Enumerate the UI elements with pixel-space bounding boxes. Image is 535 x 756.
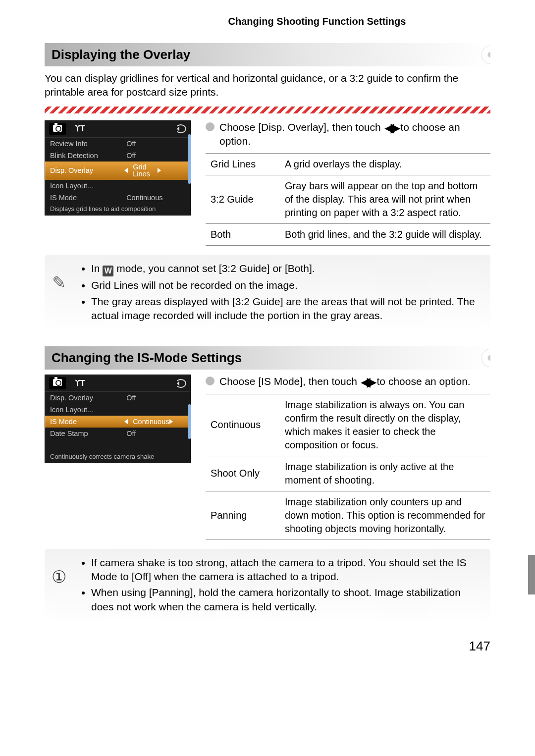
arrow-right-icon — [169, 419, 186, 424]
step-text: to choose an option. — [377, 376, 471, 387]
section-heading-ismode: Changing the IS-Mode Settings — [45, 346, 490, 370]
pencil-icon: ✎ — [49, 271, 69, 294]
side-index-tab — [528, 555, 535, 594]
menu-scrollbar — [188, 134, 191, 184]
arrow-left-icon — [124, 168, 128, 173]
menu-row: Date StampOff — [45, 428, 190, 439]
menu-hint: Displays grid lines to aid composition — [45, 204, 190, 215]
menu-tab-tools: ϒT — [71, 378, 89, 389]
menu-row: IS ModeContinuous — [45, 192, 190, 204]
menu-row: Icon Layout... — [45, 404, 190, 416]
back-icon — [175, 124, 186, 133]
overlay-intro: You can display gridlines for vertical a… — [45, 71, 490, 100]
step-bullet-icon — [206, 122, 214, 131]
caution-icon: ① — [49, 566, 69, 589]
note-item: Grid Lines will not be recorded on the i… — [91, 278, 483, 292]
arrow-left-icon — [124, 419, 128, 424]
page-header: Changing Shooting Function Settings — [45, 15, 490, 28]
page-number: 147 — [45, 638, 490, 655]
back-icon — [175, 379, 186, 388]
menu-row-selected: Disp. OverlayGrid Lines — [45, 162, 190, 180]
camera-menu-ismode: ϒT Disp. OverlayOff Icon Layout... IS Mo… — [45, 375, 191, 463]
menu-tab-tools: ϒT — [71, 123, 89, 135]
menu-scrollbar — [188, 404, 191, 439]
menu-row: Review InfoOff — [45, 138, 190, 150]
menu-row-selected: IS ModeContinuous — [45, 416, 190, 428]
left-right-arrows-icon: ◀▶ — [361, 378, 373, 385]
w-mode-icon: W — [103, 266, 113, 276]
table-row: 3:2 GuideGray bars will appear on the to… — [206, 175, 490, 224]
menu-hint: Continuously corrects camera shake — [45, 451, 190, 463]
caution-item: When using [Panning], hold the camera ho… — [91, 586, 483, 614]
note-item: The gray areas displayed with [3:2 Guide… — [91, 295, 483, 323]
ismode-options-table: ContinuousImage stabilization is always … — [206, 394, 490, 540]
ismode-caution: ① If camera shake is too strong, attach … — [45, 549, 490, 623]
note-item: In W mode, you cannot set [3:2 Guide] or… — [91, 262, 483, 276]
step-instruction: Choose [IS Mode], then touch ◀▶ to choos… — [206, 375, 490, 388]
left-right-arrows-icon: ◀▶ — [385, 124, 397, 131]
menu-row: Blink DetectionOff — [45, 150, 190, 162]
menu-row — [45, 439, 190, 451]
table-row: Grid LinesA grid overlays the display. — [206, 154, 490, 175]
menu-row: Disp. OverlayOff — [45, 392, 190, 404]
table-row: ContinuousImage stabilization is always … — [206, 394, 490, 456]
menu-tab-camera — [49, 123, 66, 135]
arrow-right-icon — [158, 168, 185, 173]
step-instruction: Choose [Disp. Overlay], then touch ◀▶ to… — [206, 120, 490, 149]
camera-menu-overlay: ϒT Review InfoOff Blink DetectionOff Dis… — [45, 120, 191, 216]
table-row: BothBoth grid lines, and the 3:2 guide w… — [206, 224, 490, 246]
section-heading-overlay: Displaying the Overlay — [45, 43, 490, 66]
caution-item: If camera shake is too strong, attach th… — [91, 556, 483, 584]
step-text: Choose [Disp. Overlay], then touch — [219, 121, 384, 133]
table-row: Shoot OnlyImage stabilization is only ac… — [206, 456, 490, 491]
step-text: Choose [IS Mode], then touch — [219, 376, 360, 387]
camera-icon — [53, 125, 62, 132]
divider-stripes — [45, 107, 490, 113]
overlay-notes: ✎ In W mode, you cannot set [3:2 Guide] … — [45, 255, 490, 331]
menu-tab-camera — [49, 377, 66, 389]
camera-icon — [53, 379, 62, 386]
table-row: PanningImage stabilization only counters… — [206, 491, 490, 540]
step-bullet-icon — [206, 377, 214, 385]
menu-row: Icon Layout... — [45, 180, 190, 192]
overlay-options-table: Grid LinesA grid overlays the display. 3… — [206, 153, 490, 246]
